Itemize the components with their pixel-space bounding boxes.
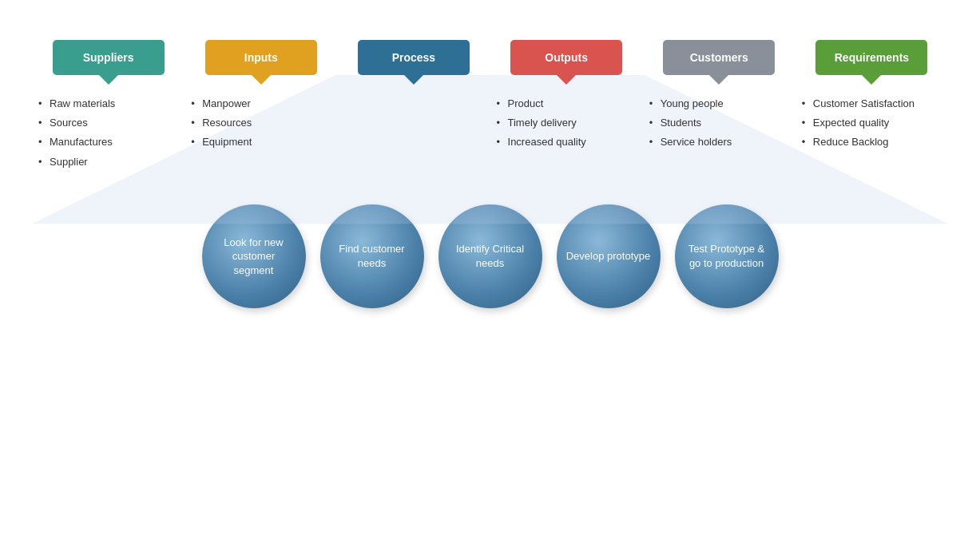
list-item: Students (649, 113, 789, 133)
circle-circle3: Identify Critical needs (438, 204, 542, 308)
circle-circle4: Develop prototype (557, 204, 661, 308)
list-item: Product (497, 94, 637, 113)
sipoc-col-outputs: OutputsProductTimely deliveryIncreased q… (490, 40, 643, 190)
bubble-inputs: Inputs (205, 40, 317, 75)
list-item: Increased quality (497, 133, 637, 152)
circle-circle5: Test Prototype & go to production (675, 204, 779, 308)
list-item: Customer Satisfaction (802, 94, 942, 113)
list-item: Equipment (191, 133, 331, 152)
page: SuppliersRaw materialsSourcesManufacture… (0, 0, 980, 551)
bubble-requirements: Requirements (815, 40, 927, 75)
sipoc-columns: SuppliersRaw materialsSourcesManufacture… (32, 40, 948, 190)
col-items-outputs: ProductTimely deliveryIncreased quality (490, 94, 643, 190)
list-item: Sources (38, 113, 178, 133)
list-item: Raw materials (38, 94, 178, 113)
circle-circle1: Look for new customer segment (202, 204, 306, 308)
circle-circle2: Find customer needs (320, 204, 424, 308)
list-item: Supplier (38, 153, 178, 172)
list-item: Manpower (191, 94, 331, 113)
col-items-inputs: ManpowerResourcesEquipment (184, 94, 337, 190)
bubble-customers: Customers (663, 40, 775, 75)
sipoc-col-customers: CustomersYoung peopleStudentsService hol… (643, 40, 796, 190)
list-item: Expected quality (802, 113, 942, 133)
circles-area: Look for new customer segmentFind custom… (32, 204, 948, 308)
sipoc-col-requirements: RequirementsCustomer SatisfactionExpecte… (796, 40, 948, 190)
list-item: Timely delivery (497, 113, 637, 133)
col-items-customers: Young peopleStudentsService holders (643, 94, 796, 190)
sipoc-wrapper: SuppliersRaw materialsSourcesManufacture… (32, 40, 948, 190)
sipoc-col-process: Process (337, 40, 490, 190)
list-item: Service holders (649, 133, 789, 152)
sipoc-col-suppliers: SuppliersRaw materialsSourcesManufacture… (32, 40, 184, 190)
list-item: Reduce Backlog (802, 133, 942, 152)
col-items-suppliers: Raw materialsSourcesManufacturesSupplier (32, 94, 184, 190)
bubble-process: Process (358, 40, 470, 75)
col-items-process (337, 94, 490, 190)
sipoc-col-inputs: InputsManpowerResourcesEquipment (184, 40, 337, 190)
list-item: Resources (191, 113, 331, 133)
list-item: Manufactures (38, 133, 178, 152)
col-items-requirements: Customer SatisfactionExpected qualityRed… (796, 94, 948, 190)
list-item: Young people (649, 94, 789, 113)
bubble-outputs: Outputs (510, 40, 622, 75)
bubble-suppliers: Suppliers (53, 40, 165, 75)
